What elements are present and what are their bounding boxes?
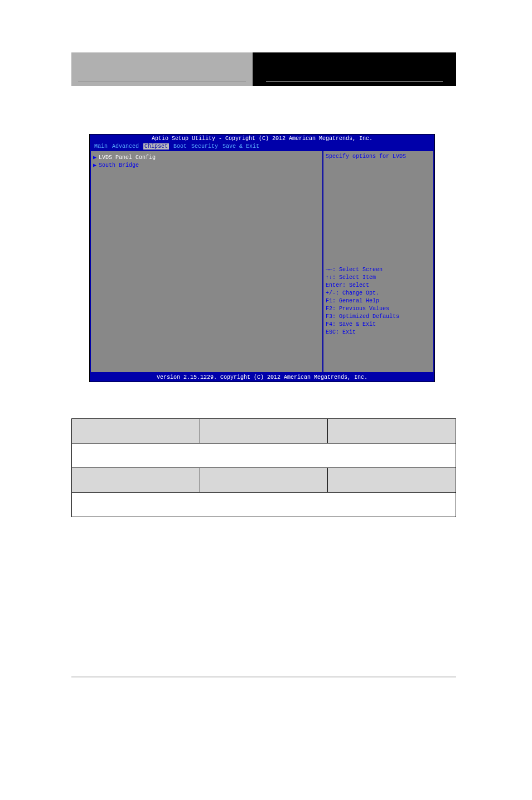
- table-cell: [72, 468, 200, 493]
- key-f1: F1: General Help: [326, 297, 431, 305]
- table-cell: [328, 419, 456, 444]
- table: [71, 418, 456, 517]
- table-cell: [200, 419, 328, 444]
- key-f3: F3: Optimized Defaults: [326, 313, 431, 321]
- header-left-line: [78, 71, 246, 81]
- table-row: [72, 419, 456, 444]
- page-footer-line: [71, 677, 456, 677]
- bios-item-label: LVDS Panel Config: [99, 155, 156, 161]
- bios-item-south-bridge[interactable]: ▶South Bridge: [93, 161, 320, 169]
- table-cell: [72, 444, 456, 468]
- bios-title: Aptio Setup Utility - Copyright (C) 2012…: [90, 134, 434, 143]
- table-row: [72, 444, 456, 468]
- bios-item-label: South Bridge: [99, 162, 139, 168]
- bios-body: ▶LVDS Panel Config ▶South Bridge Specify…: [90, 150, 434, 373]
- table-row: [72, 493, 456, 517]
- key-select-item: ↑↓: Select Item: [326, 274, 431, 282]
- menu-advanced[interactable]: Advanced: [112, 143, 139, 150]
- bios-key-legend: →←: Select Screen ↑↓: Select Item Enter:…: [326, 266, 431, 336]
- table-row: [72, 468, 456, 493]
- key-esc: ESC: Exit: [326, 329, 431, 336]
- options-table: [71, 418, 456, 517]
- header-right-line: [266, 71, 443, 81]
- bios-screenshot: Aptio Setup Utility - Copyright (C) 2012…: [89, 134, 435, 382]
- bios-footer: Version 2.15.1229. Copyright (C) 2012 Am…: [90, 373, 434, 382]
- menu-boot[interactable]: Boot: [173, 143, 187, 150]
- header-left-block: [71, 52, 253, 86]
- page-header: [71, 52, 456, 86]
- menu-security[interactable]: Security: [191, 143, 218, 150]
- key-f2: F2: Previous Values: [326, 305, 431, 313]
- menu-chipset[interactable]: Chipset: [143, 143, 169, 150]
- menu-save-exit[interactable]: Save & Exit: [223, 143, 259, 150]
- bios-right-panel: Specify options for LVDS →←: Select Scre…: [323, 150, 434, 373]
- key-select-screen: →←: Select Screen: [326, 266, 431, 274]
- bios-left-panel: ▶LVDS Panel Config ▶South Bridge: [90, 150, 323, 373]
- arrow-icon: ▶: [93, 155, 96, 161]
- menu-main[interactable]: Main: [94, 143, 108, 150]
- header-right-block: [253, 52, 456, 86]
- arrow-icon: ▶: [93, 162, 96, 168]
- table-cell: [72, 419, 200, 444]
- key-enter: Enter: Select: [326, 282, 431, 290]
- table-cell: [328, 468, 456, 493]
- key-f4: F4: Save & Exit: [326, 321, 431, 329]
- bios-menu-bar: Main Advanced Chipset Boot Security Save…: [90, 143, 434, 150]
- table-cell: [200, 468, 328, 493]
- bios-help-text: Specify options for LVDS: [326, 153, 431, 160]
- key-change-opt: +/-: Change Opt.: [326, 290, 431, 297]
- bios-item-lvds[interactable]: ▶LVDS Panel Config: [93, 153, 320, 161]
- table-cell: [72, 493, 456, 517]
